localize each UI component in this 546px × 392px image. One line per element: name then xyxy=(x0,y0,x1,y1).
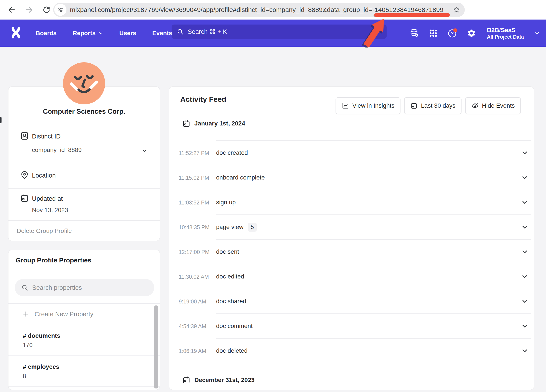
activity-event-row[interactable]: 10:48:35 PM page view 5 xyxy=(169,215,534,240)
chevron-down-icon[interactable] xyxy=(521,149,528,156)
settings-gear-icon[interactable] xyxy=(467,29,476,38)
event-name: doc deleted xyxy=(216,347,247,354)
distinct-id-value: company_id_8889 xyxy=(32,147,82,154)
property-name: # documents xyxy=(23,332,160,339)
chevron-down-icon[interactable] xyxy=(141,148,148,154)
annotation-underline xyxy=(374,13,450,17)
delete-group-profile-button[interactable]: Delete Group Profile xyxy=(17,227,72,234)
bookmark-star-icon[interactable] xyxy=(453,6,461,14)
create-new-property-label: Create New Property xyxy=(34,311,93,318)
search-properties-field[interactable] xyxy=(15,279,154,296)
chevron-down-icon[interactable] xyxy=(521,322,528,329)
view-in-insights-button[interactable]: View in Insights xyxy=(336,97,401,114)
avatar xyxy=(63,62,105,104)
properties-title: Group Profile Properties xyxy=(16,257,91,264)
location-label: Location xyxy=(32,172,56,179)
browser-back-icon[interactable] xyxy=(7,6,16,14)
event-name: doc comment xyxy=(216,322,253,329)
nav-item-label: Users xyxy=(119,30,136,37)
updated-at-value: Nov 13, 2023 xyxy=(32,207,68,214)
properties-scrollbar[interactable] xyxy=(154,305,158,389)
event-time: 4:54:39 AM xyxy=(169,314,216,339)
activity-event-row[interactable]: 9:19:00 AM doc shared xyxy=(169,289,534,314)
distinct-id-label: Distinct ID xyxy=(32,133,61,140)
nav-item-boards[interactable]: Boards xyxy=(36,30,57,37)
activity-event-row[interactable]: 4:54:39 AM doc comment xyxy=(169,314,534,339)
event-name: doc sent xyxy=(216,248,239,255)
browser-reload-icon[interactable] xyxy=(42,6,51,14)
property-items: # documents 170 # employees 8 xyxy=(8,324,160,386)
top-nav: Boards Reports Users Events Search ⌘ + K xyxy=(0,19,546,47)
date-group-header: December 31st, 2023 xyxy=(182,376,254,384)
chevron-down-icon[interactable] xyxy=(534,30,540,36)
event-time: 11:15:02 PM xyxy=(169,165,216,190)
event-time: 10:48:35 PM xyxy=(169,215,216,240)
chevron-down-icon[interactable] xyxy=(521,298,528,305)
browser-forward-icon[interactable] xyxy=(25,6,33,14)
chevron-down-icon[interactable] xyxy=(521,248,528,255)
date-range-button[interactable]: Last 30 days xyxy=(404,97,462,114)
calendar-icon xyxy=(410,102,418,109)
button-label: Last 30 days xyxy=(421,102,455,109)
id-badge-icon xyxy=(20,131,29,141)
event-time: 1:06:19 AM xyxy=(169,339,216,363)
data-management-icon[interactable] xyxy=(410,28,419,38)
search-properties-input[interactable] xyxy=(32,284,137,291)
svg-text:?: ? xyxy=(451,31,454,36)
create-new-property-button[interactable]: Create New Property xyxy=(8,304,160,324)
button-label: Hide Events xyxy=(482,102,515,109)
chevron-down-icon[interactable] xyxy=(521,224,528,231)
nav-item-label: Reports xyxy=(72,30,96,37)
site-info-icon[interactable] xyxy=(54,4,66,16)
event-time: 12:17:00 PM xyxy=(169,240,216,264)
help-icon[interactable]: ? xyxy=(447,28,457,38)
global-search-input[interactable]: Search ⌘ + K xyxy=(172,25,387,39)
nav-item-events[interactable]: Events xyxy=(152,30,172,37)
property-name: # employees xyxy=(23,363,160,370)
event-name: doc shared xyxy=(216,298,246,305)
search-icon xyxy=(21,284,28,291)
event-name: page view xyxy=(216,224,243,231)
search-placeholder: Search ⌘ + K xyxy=(188,28,227,35)
nav-item-reports[interactable]: Reports xyxy=(72,30,103,37)
activity-feed-card: Activity Feed View in Insights Last 30 d… xyxy=(169,86,534,390)
project-switcher[interactable]: B2B/SaaS All Project Data xyxy=(487,26,524,40)
divider xyxy=(8,126,160,126)
hide-events-button[interactable]: Hide Events xyxy=(465,97,521,114)
edge-marker xyxy=(0,117,1,123)
group-properties-card: Group Profile Properties Create New Prop… xyxy=(8,250,160,390)
calendar-icon xyxy=(182,119,190,128)
browser-chrome: mixpanel.com/project/3187769/view/369904… xyxy=(0,0,546,19)
map-pin-icon xyxy=(20,170,29,180)
project-name: B2B/SaaS xyxy=(487,26,524,34)
mixpanel-logo-icon[interactable] xyxy=(10,26,22,39)
url-text: mixpanel.com/project/3187769/view/369904… xyxy=(70,6,450,13)
property-value: 170 xyxy=(23,342,160,349)
button-label: View in Insights xyxy=(352,102,394,109)
apps-grid-icon[interactable] xyxy=(429,29,438,38)
properties-list: Create New Property # documents 170 # em… xyxy=(8,303,160,386)
property-item[interactable]: # documents 170 xyxy=(8,324,160,355)
updated-at-label: Updated at xyxy=(32,195,63,202)
chevron-down-icon[interactable] xyxy=(521,199,528,206)
divider xyxy=(8,276,160,276)
chevron-down-icon[interactable] xyxy=(521,347,528,354)
activity-event-row[interactable]: 11:03:52 PM sign up xyxy=(169,190,534,215)
chevron-down-icon[interactable] xyxy=(521,174,528,181)
activity-event-row[interactable]: 11:15:02 PM onboard complete xyxy=(169,165,534,190)
nav-item-label: Boards xyxy=(36,30,57,37)
activity-event-row[interactable]: 11:30:02 AM doc edited xyxy=(169,264,534,289)
property-item[interactable]: # employees 8 xyxy=(8,355,160,386)
event-name: doc edited xyxy=(216,273,244,280)
nav-item-users[interactable]: Users xyxy=(119,30,136,37)
calendar-icon xyxy=(182,376,190,384)
activity-event-row[interactable]: 12:17:00 PM doc sent xyxy=(169,240,534,264)
project-data-label: All Project Data xyxy=(487,34,524,40)
chevron-down-icon[interactable] xyxy=(521,273,528,280)
activity-feed-title: Activity Feed xyxy=(180,95,226,103)
divider xyxy=(8,164,160,164)
event-time: 11:03:52 PM xyxy=(169,190,216,215)
activity-event-row[interactable]: 11:52:27 PM doc created xyxy=(169,141,534,165)
activity-event-row[interactable]: 1:06:19 AM doc deleted xyxy=(169,339,534,363)
activity-event-list: 11:52:27 PM doc created 11:15:02 PM onbo… xyxy=(169,141,534,363)
